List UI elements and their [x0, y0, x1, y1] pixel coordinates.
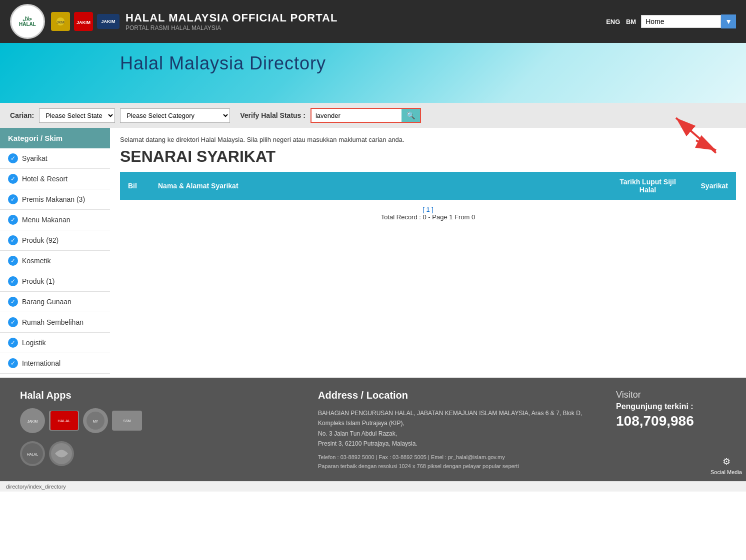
footer-logo-round3: HALAL: [20, 441, 45, 466]
gov-logo-1: JKM: [51, 12, 70, 31]
check-icon: ✓: [8, 297, 18, 307]
nav-dropdown-arrow-icon[interactable]: ▼: [721, 14, 736, 28]
sidebar-item-produk92[interactable]: ✓ Produk (92): [0, 230, 110, 251]
header: حلالHALAL JKM JAKIM JAKIM HALAL MALAYSIA…: [0, 0, 746, 43]
svg-text:MY: MY: [93, 420, 98, 423]
gov-logos: JKM JAKIM JAKIM: [51, 12, 120, 31]
verify-search-button[interactable]: 🔍: [402, 109, 420, 122]
footer-logo-circle2: MY: [83, 408, 108, 433]
site-title: HALAL MALAYSIA OFFICIAL PORTAL: [126, 11, 338, 24]
status-bar: directory/index_directory: [0, 481, 746, 492]
pagination-link[interactable]: [ 1 ]: [422, 206, 434, 213]
check-icon: ✓: [8, 153, 18, 163]
gov-logo-3: JAKIM: [97, 14, 120, 29]
sidebar-item-hotel[interactable]: ✓ Hotel & Resort: [0, 169, 110, 189]
footer-contact: Telefon : 03-8892 5000 | Fax : 03-8892 5…: [318, 454, 596, 460]
footer-logos: JAKIM HALAL MY SSM: [20, 408, 298, 433]
result-table: Bil Nama & Alamat Syarikat Tarikh Luput …: [120, 172, 736, 200]
sidebar-header: Kategori / Skim: [0, 128, 110, 148]
section-title: SENARAI SYARIKAT: [120, 147, 736, 166]
svg-text:HALAL: HALAL: [27, 453, 38, 456]
sidebar-item-label: Premis Makanan (3): [22, 195, 85, 203]
footer-addr-line3: No. 3 Jalan Tun Abdul Razak,: [318, 430, 397, 437]
sidebar-item-label: Syarikat: [22, 154, 48, 162]
table-header-syarikat: Syarikat: [693, 172, 736, 200]
check-icon: ✓: [8, 174, 18, 184]
check-icon: ✓: [8, 235, 18, 245]
footer-addr-org: JABATAN KEMAJUAN ISLAM MALAYSIA,: [417, 410, 530, 417]
svg-text:JKM: JKM: [56, 20, 64, 24]
status-url: directory/index_directory: [6, 484, 66, 490]
site-title-block: HALAL MALAYSIA OFFICIAL PORTAL PORTAL RA…: [126, 11, 338, 31]
svg-text:JAKIM: JAKIM: [28, 420, 38, 423]
halal-logo: حلالHALAL: [10, 4, 45, 39]
footer-address-body: BAHAGIAN PENGURUSAN HALAL, JABATAN KEMAJ…: [318, 408, 596, 449]
sidebar-item-rumah[interactable]: ✓ Rumah Sembelihan: [0, 312, 110, 333]
sidebar-item-label: International: [22, 359, 60, 367]
sidebar-item-label: Produk (1): [22, 277, 54, 285]
sidebar-item-label: Logistik: [22, 339, 46, 347]
header-left: حلالHALAL JKM JAKIM JAKIM HALAL MALAYSIA…: [10, 4, 338, 39]
state-select[interactable]: Please Select State Johor Kedah Kelantan…: [39, 108, 115, 123]
check-icon: ✓: [8, 317, 18, 327]
nav-dropdown-wrap[interactable]: Home ▼: [641, 14, 736, 28]
footer-logo-jakim: JAKIM: [20, 408, 45, 433]
table-header-name: Nama & Alamat Syarikat: [150, 172, 603, 200]
check-icon: ✓: [8, 215, 18, 225]
footer-col-apps: Halal Apps JAKIM HALAL MY: [20, 390, 298, 469]
category-select[interactable]: Please Select Category Syarikat Hotel & …: [120, 108, 230, 123]
footer-addr-line4: Presint 3, 62100 Putrajaya, Malaysia.: [318, 440, 418, 447]
sidebar-item-barang[interactable]: ✓ Barang Gunaan: [0, 292, 110, 312]
main-content: Kategori / Skim ✓ Syarikat ✓ Hotel & Res…: [0, 128, 746, 378]
check-icon: ✓: [8, 256, 18, 266]
sidebar-item-kosmetik[interactable]: ✓ Kosmetik: [0, 251, 110, 271]
footer-col-address: Address / Location BAHAGIAN PENGURUSAN H…: [318, 390, 596, 469]
footer-address-title: Address / Location: [318, 390, 596, 401]
footer-resolution: Paparan terbaik dengan resolusi 1024 x 7…: [318, 463, 596, 469]
footer-visitor-count: 108,709,986: [616, 413, 726, 429]
sidebar-item-label: Rumah Sembelihan: [22, 318, 84, 326]
sidebar-item-label: Menu Makanan: [22, 216, 70, 224]
welcome-text: Selamat datang ke direktori Halal Malays…: [120, 136, 736, 143]
sidebar-item-label: Kosmetik: [22, 257, 51, 265]
lang-bm[interactable]: BM: [626, 18, 636, 25]
banner-title: Halal Malaysia Directory: [120, 53, 736, 74]
check-icon: ✓: [8, 194, 18, 204]
footer-visitor-label: Pengunjung terkini :: [616, 402, 726, 411]
social-media-button[interactable]: ⚙ Social Media: [706, 451, 746, 480]
sidebar-item-produk1[interactable]: ✓ Produk (1): [0, 271, 110, 292]
gov-logo-2: JAKIM: [74, 12, 93, 31]
site-subtitle: PORTAL RASMI HALAL MALAYSIA: [126, 24, 338, 31]
check-icon: ✓: [8, 276, 18, 286]
nav-dropdown[interactable]: Home: [641, 15, 721, 28]
sidebar-item-premis[interactable]: ✓ Premis Makanan (3): [0, 189, 110, 210]
svg-text:HALAL: HALAL: [58, 419, 70, 423]
footer-logo-ssm: SSM: [112, 411, 142, 431]
check-icon: ✓: [8, 358, 18, 368]
lang-eng[interactable]: ENG: [606, 18, 620, 25]
sidebar-item-logistik[interactable]: ✓ Logistik: [0, 333, 110, 353]
pagination-info: [ 1 ] Total Record : 0 - Page 1 From 0: [120, 206, 736, 221]
social-media-label: Social Media: [710, 469, 742, 475]
sidebar-item-label: Produk (92): [22, 236, 58, 244]
search-label: Carian:: [10, 111, 34, 119]
banner: Halal Malaysia Directory: [0, 43, 746, 103]
sidebar-item-label: Hotel & Resort: [22, 175, 68, 183]
sidebar-item-syarikat[interactable]: ✓ Syarikat: [0, 148, 110, 169]
table-header-bil: Bil: [120, 172, 150, 200]
check-icon: ✓: [8, 338, 18, 348]
sidebar-item-menu[interactable]: ✓ Menu Makanan: [0, 210, 110, 230]
footer-logo-round4: [49, 441, 74, 466]
total-record: Total Record : 0 - Page 1 From 0: [381, 213, 476, 221]
search-bar: Carian: Please Select State Johor Kedah …: [0, 103, 746, 128]
svg-text:JAKIM: JAKIM: [76, 20, 90, 25]
footer-addr-line2: Kompleks Islam Putrajaya (KIP),: [318, 420, 404, 427]
lang-links[interactable]: ENG BM: [605, 18, 637, 25]
footer-logos-row2: HALAL: [20, 437, 298, 466]
footer-addr-line1: Aras 6 & 7, Blok D,: [532, 410, 582, 417]
verify-input[interactable]: [312, 109, 402, 122]
footer: Halal Apps JAKIM HALAL MY: [0, 378, 746, 481]
sidebar-item-international[interactable]: ✓ International: [0, 353, 110, 374]
footer-apps-title: Halal Apps: [20, 390, 298, 401]
sidebar-item-label: Barang Gunaan: [22, 298, 72, 306]
